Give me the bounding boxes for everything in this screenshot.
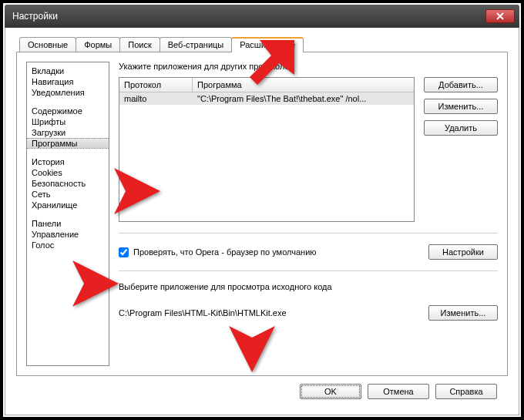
cell-protocol: mailto bbox=[119, 92, 193, 105]
sidebar-item-voice[interactable]: Голос bbox=[27, 240, 109, 250]
sidebar-item-control[interactable]: Управление bbox=[27, 229, 109, 240]
ok-button[interactable]: OK bbox=[300, 384, 361, 399]
tab-pane: Вкладки Навигация Уведомления Содержимое… bbox=[16, 52, 508, 376]
sidebar-item-tabs[interactable]: Вкладки bbox=[27, 66, 109, 76]
tab-advanced[interactable]: Расширенные bbox=[231, 37, 304, 52]
content-area: Укажите приложения для других протоколов… bbox=[119, 62, 498, 366]
cell-program: "C:\Program Files\The Bat!\thebat.exe" /… bbox=[193, 92, 414, 105]
tab-search[interactable]: Поиск bbox=[119, 37, 160, 52]
sidebar-item-navigation[interactable]: Навигация bbox=[27, 76, 109, 87]
sidebar-item-content[interactable]: Содержимое bbox=[27, 106, 109, 116]
close-button[interactable] bbox=[485, 9, 515, 23]
table-row[interactable]: mailto "C:\Program Files\The Bat!\thebat… bbox=[119, 92, 414, 105]
help-button[interactable]: Справка bbox=[435, 384, 497, 399]
titlebar: Настройки bbox=[5, 5, 519, 28]
sidebar-item-downloads[interactable]: Загрузки bbox=[27, 127, 109, 138]
sidebar-item-storage[interactable]: Хранилище bbox=[27, 200, 109, 210]
window-title: Настройки bbox=[12, 11, 58, 22]
sidebar-item-security[interactable]: Безопасность bbox=[27, 178, 109, 189]
col-program[interactable]: Программа bbox=[193, 78, 414, 92]
default-browser-checkbox[interactable] bbox=[119, 247, 129, 257]
source-viewer-path: C:\Program Files\HTML-Kit\Bin\HTMLKit.ex… bbox=[119, 308, 287, 318]
sidebar-item-panels[interactable]: Панели bbox=[27, 218, 109, 229]
sidebar-item-network[interactable]: Сеть bbox=[27, 189, 109, 200]
sidebar-item-fonts[interactable]: Шрифты bbox=[27, 116, 109, 127]
col-protocol[interactable]: Протокол bbox=[119, 78, 193, 92]
divider bbox=[119, 233, 498, 234]
edit-button[interactable]: Изменить... bbox=[424, 99, 498, 114]
source-viewer-title: Выберите приложение для просмотра исходн… bbox=[119, 282, 498, 291]
close-icon bbox=[496, 12, 504, 20]
settings-button[interactable]: Настройки bbox=[428, 244, 498, 260]
divider bbox=[119, 270, 498, 271]
sidebar: Вкладки Навигация Уведомления Содержимое… bbox=[26, 62, 109, 366]
protocol-table[interactable]: Протокол Программа mailto "C:\Program Fi… bbox=[119, 77, 415, 222]
sidebar-item-programs[interactable]: Программы bbox=[27, 138, 109, 149]
add-button[interactable]: Добавить... bbox=[424, 77, 498, 92]
tab-webpages[interactable]: Веб-страницы bbox=[160, 37, 233, 52]
cancel-button[interactable]: Отмена bbox=[368, 384, 429, 399]
dialog-buttons: OK Отмена Справка bbox=[16, 376, 508, 407]
protocols-title: Укажите приложения для других протоколов bbox=[119, 62, 498, 71]
main-tabs: Основные Формы Поиск Веб-страницы Расшир… bbox=[19, 37, 508, 52]
default-browser-check[interactable]: Проверять, что Opera - браузер по умолча… bbox=[119, 247, 317, 257]
delete-button[interactable]: Удалить bbox=[424, 120, 498, 136]
sidebar-item-history[interactable]: История bbox=[27, 156, 109, 167]
sidebar-item-notifications[interactable]: Уведомления bbox=[27, 87, 109, 98]
edit-source-button[interactable]: Изменить... bbox=[428, 305, 498, 321]
tab-basic[interactable]: Основные bbox=[19, 37, 76, 52]
tab-forms[interactable]: Формы bbox=[76, 37, 120, 52]
sidebar-item-cookies[interactable]: Cookies bbox=[27, 167, 109, 178]
